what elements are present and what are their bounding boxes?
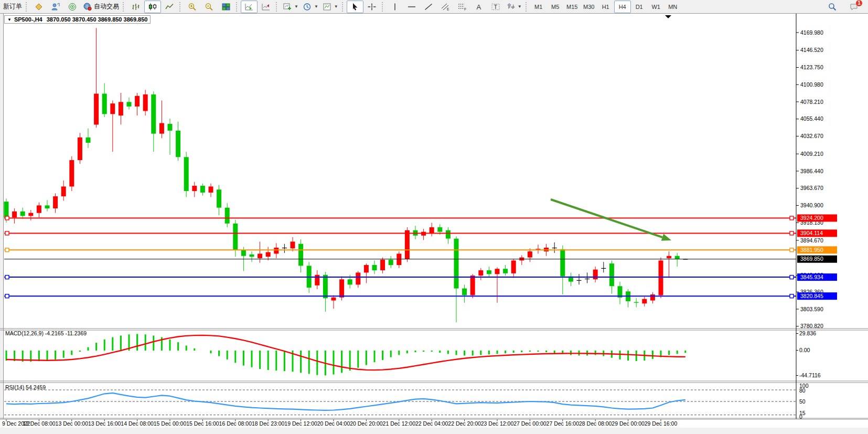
main-toolbar: 新订单自动交易▼▼▼EFAT▼M1M5M15M30H1H4D1W1MN1 [0, 0, 868, 14]
period-button[interactable]: ▼ [301, 1, 320, 13]
candle-body [282, 248, 287, 248]
line-handle[interactable] [790, 276, 794, 279]
toolbar-separator [526, 2, 528, 12]
candle-body [225, 208, 230, 224]
candle-body [437, 227, 442, 232]
time-axis-label: 27 Dec 16:00 [546, 420, 580, 427]
candle-body [61, 186, 66, 196]
label-button[interactable]: T [487, 1, 504, 13]
dropdown-caret-icon[interactable]: ▼ [518, 4, 522, 9]
collapse-arrow-icon[interactable]: ▼ [7, 17, 12, 22]
new-chart-button[interactable]: ▼ [281, 1, 301, 13]
plot-area[interactable] [3, 14, 796, 419]
candle-body [356, 272, 360, 284]
tf-m15-button[interactable]: M15 [564, 1, 581, 13]
line-handle[interactable] [5, 231, 9, 235]
signal-button[interactable] [64, 1, 81, 13]
toolbar-separator [123, 2, 125, 12]
candle-body [86, 137, 91, 143]
candle-body [37, 205, 41, 213]
tf-d1-button-label: D1 [636, 4, 643, 10]
candle-body [192, 186, 197, 191]
time-axis-label: 29 Dec 00:00 [612, 420, 645, 427]
profile-button[interactable] [47, 1, 64, 13]
autoscroll-button[interactable] [241, 1, 258, 13]
time-axis-label: 20 Dec 20:00 [350, 420, 383, 427]
tf-m30-button-label: M30 [583, 4, 594, 10]
candle-body [4, 202, 9, 217]
candle-body [315, 275, 319, 285]
tf-d1-button[interactable]: D1 [631, 1, 648, 13]
zoom-in-button[interactable] [184, 1, 201, 13]
crosshair-button[interactable] [363, 1, 380, 13]
channel-button[interactable]: E [437, 1, 454, 13]
chart-shift-button[interactable] [258, 1, 274, 13]
candle-body [348, 279, 352, 284]
line-handle[interactable] [790, 248, 794, 252]
tf-h1-button[interactable]: H1 [597, 1, 614, 13]
tf-h4-button[interactable]: H4 [614, 1, 631, 13]
chart-ohlc-header[interactable]: ▼ SP500-,H4 3870.050 3870.450 3869.850 3… [4, 15, 151, 24]
tf-w1-button[interactable]: W1 [648, 1, 665, 13]
tile-windows-button[interactable] [218, 1, 234, 13]
time-axis-label: 29 Dec 16:00 [645, 420, 678, 427]
signal-icon [68, 3, 77, 11]
fibonacci-button[interactable]: F [454, 1, 470, 13]
candle-body [454, 239, 459, 289]
tf-m5-button[interactable]: M5 [547, 1, 564, 13]
price-axis-label: 4100.980 [800, 81, 823, 88]
price-axis-label: 4078.210 [800, 99, 823, 105]
hline-button[interactable] [403, 1, 420, 13]
time-axis-label: 16 Dec 08:00 [219, 420, 252, 427]
shapes-button[interactable]: ▼ [504, 1, 524, 13]
trendline-icon [424, 3, 433, 11]
channel-icon: E [441, 3, 450, 11]
vline-button[interactable] [387, 1, 403, 13]
line-handle[interactable] [790, 231, 794, 235]
tf-m30-button[interactable]: M30 [581, 1, 597, 13]
template-button[interactable]: ▼ [320, 1, 340, 13]
time-axis-label: 20 Dec 04:00 [317, 420, 350, 427]
notification-badge: 1 [856, 0, 862, 6]
candle-body [20, 211, 25, 216]
price-axis-label: 3894.670 [800, 237, 823, 244]
candle-body [528, 251, 532, 258]
candle-body [274, 248, 278, 254]
search-button[interactable] [824, 1, 841, 13]
macd-axis-label: -44.7116 [799, 372, 821, 378]
line-handle[interactable] [790, 216, 794, 220]
line-handle[interactable] [5, 216, 9, 220]
dropdown-caret-icon[interactable]: ▼ [314, 4, 318, 9]
line-handle[interactable] [5, 294, 9, 298]
chat-button[interactable]: 1 [846, 1, 863, 13]
dropdown-caret-icon[interactable]: ▼ [294, 4, 298, 9]
chart-canvas[interactable]: MACD(12,26,9) -4.2165 -11.2369RSI(14) 54… [0, 14, 868, 434]
line-handle[interactable] [5, 248, 9, 252]
tf-m1-button[interactable]: M1 [530, 1, 547, 13]
cursor-button[interactable] [347, 1, 363, 13]
line-handle[interactable] [790, 294, 794, 298]
line-chart-button[interactable] [161, 1, 178, 13]
line-handle[interactable] [5, 276, 9, 279]
svg-text:T: T [494, 4, 497, 10]
price-axis-label: 3963.670 [800, 185, 823, 191]
label-icon: T [491, 3, 500, 11]
text-button[interactable]: A [470, 1, 487, 13]
autotrade-button[interactable]: 自动交易 [81, 1, 121, 13]
quotes-button[interactable] [30, 1, 47, 13]
candlestick-button[interactable] [144, 1, 161, 13]
toolbar-separator [236, 2, 239, 12]
ohlc-values: 3870.050 3870.450 3869.850 3869.850 [47, 16, 148, 23]
chat-icon: 1 [850, 3, 859, 11]
bar-chart-button[interactable] [127, 1, 144, 13]
profile-icon [51, 3, 60, 11]
zoom-out-button[interactable] [201, 1, 218, 13]
fibonacci-icon: F [457, 3, 467, 11]
tf-mn-button[interactable]: MN [665, 1, 681, 13]
candle-body [28, 213, 33, 216]
candle-body [560, 249, 565, 277]
trendline-button[interactable] [420, 1, 437, 13]
dropdown-caret-icon[interactable]: ▼ [334, 4, 338, 9]
candle-body [389, 260, 393, 265]
new-order-button[interactable]: 新订单 [1, 1, 24, 13]
